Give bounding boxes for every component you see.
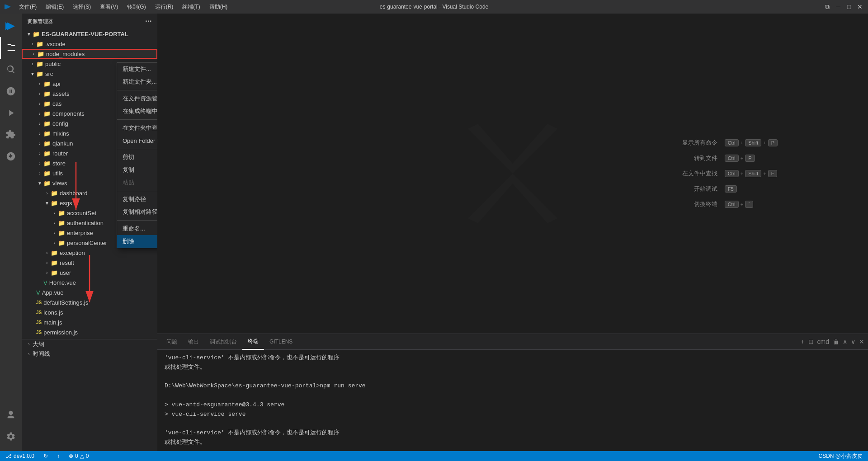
- arrow-node-modules: ›: [30, 52, 37, 56]
- activity-item-account[interactable]: [0, 404, 22, 426]
- panel-down-button[interactable]: ∨: [851, 338, 855, 345]
- arrow-esgs: ▼: [43, 201, 51, 206]
- tree-item-permission-js[interactable]: JS permission.js: [22, 327, 157, 337]
- tree-item-exception[interactable]: › 📁 exception: [22, 248, 157, 258]
- minimize-button[interactable]: ─: [835, 3, 842, 10]
- menu-view[interactable]: 查看(V): [96, 2, 122, 12]
- panel-split-button[interactable]: ⊟: [808, 338, 814, 345]
- tree-item-icons-js[interactable]: JS icons.js: [22, 307, 157, 317]
- ctx-copy[interactable]: 复制 Ctrl+C: [117, 164, 157, 176]
- ctx-show-in-explorer[interactable]: 在文件资源管理器中显示 Shift+Alt+R: [117, 92, 157, 105]
- status-branch[interactable]: ⎇ dev1.0.0: [4, 453, 36, 459]
- folder-icon-esgs: 📁: [51, 200, 58, 207]
- ctx-show-in-explorer-label: 在文件资源管理器中显示: [123, 94, 157, 103]
- activity-item-git[interactable]: [0, 80, 22, 102]
- project-folder-icon: 📁: [33, 31, 40, 38]
- key-ctrl: Ctrl: [725, 139, 739, 146]
- ctx-find-in-folder[interactable]: 在文件夹中查找... Shift+Alt+F: [117, 122, 157, 134]
- ctx-copy-relative-path[interactable]: 复制相对路径 Ctrl+K Ctrl+Shift+C: [117, 206, 157, 218]
- activity-item-search[interactable]: [0, 59, 22, 80]
- panel-delete-button[interactable]: 🗑: [833, 338, 839, 345]
- tab-gitlens[interactable]: GITLENS: [264, 334, 298, 350]
- status-sync[interactable]: ↻: [42, 453, 50, 459]
- arrow-personalcenter: ›: [51, 240, 58, 245]
- label-user: user: [60, 269, 154, 276]
- folder-icon-authentication: 📁: [58, 220, 65, 226]
- project-root[interactable]: ▼ 📁 ES-GUARANTEE-VUE-PORTAL: [22, 29, 157, 39]
- tab-output[interactable]: 输出: [183, 334, 204, 350]
- menu-help[interactable]: 帮助(H): [206, 2, 231, 12]
- menu-run[interactable]: 运行(R): [151, 2, 177, 12]
- arrow-api: ›: [36, 81, 43, 86]
- window-controls: ⧉ ─ □ ✕: [824, 3, 863, 10]
- ctx-separator-5: [117, 220, 157, 221]
- tree-item-node-modules[interactable]: › 📁 node_modules: [22, 49, 157, 59]
- tab-problems[interactable]: 问题: [161, 334, 183, 350]
- menu-goto[interactable]: 转到(G): [123, 2, 149, 12]
- status-csdn[interactable]: CSDN @小蛮皮皮: [816, 452, 864, 460]
- main-layout: 资源管理器 ··· ▼ 📁 ES-GUARANTEE-VUE-PORTAL › …: [0, 14, 868, 451]
- ctx-copy-path[interactable]: 复制路径 Shift+Alt+C: [117, 193, 157, 206]
- tab-debug-console[interactable]: 调试控制台: [204, 334, 242, 350]
- tree-item-user[interactable]: › 📁 user: [22, 268, 157, 278]
- label-timeline: 时间线: [33, 350, 154, 358]
- outline-section[interactable]: › 大纲: [22, 339, 157, 349]
- ctx-delete[interactable]: 删除 Delete: [117, 235, 157, 248]
- file-icon-app-vue: V: [36, 289, 40, 296]
- status-errors[interactable]: ⊗ 0 △ 0: [67, 453, 90, 459]
- menu-terminal[interactable]: 终端(T): [179, 2, 203, 12]
- sidebar: 资源管理器 ··· ▼ 📁 ES-GUARANTEE-VUE-PORTAL › …: [22, 14, 157, 451]
- panel-add-button[interactable]: +: [801, 338, 804, 345]
- arrow-timeline: ›: [25, 352, 33, 357]
- panel-up-button[interactable]: ∧: [843, 338, 847, 345]
- arrow-public: ›: [29, 61, 36, 66]
- activity-item-extensions[interactable]: [0, 124, 22, 146]
- menu-select[interactable]: 选择(S): [69, 2, 94, 12]
- panel-close-button[interactable]: ✕: [859, 338, 864, 345]
- ctx-separator-2: [117, 119, 157, 120]
- activity-item-vscode[interactable]: [0, 15, 22, 37]
- folder-icon-personalcenter: 📁: [58, 240, 65, 246]
- ctx-new-file[interactable]: 新建文件...: [117, 63, 157, 75]
- error-count: 0: [75, 453, 78, 459]
- terminal-line-2: D:\Web\WebWorkSpace\es-guarantee-vue-por…: [165, 381, 861, 391]
- terminal-line-blank4: [165, 447, 861, 451]
- tree-item-vscode[interactable]: › 📁 .vscode: [22, 39, 157, 49]
- tab-terminal[interactable]: 终端: [242, 334, 264, 350]
- ctx-cut[interactable]: 剪切 Ctrl+X: [117, 151, 157, 164]
- status-publish[interactable]: ↑: [55, 453, 61, 459]
- menu-edit[interactable]: 编辑(E): [42, 2, 67, 12]
- terminal-line-blank1: [165, 372, 861, 382]
- tree-item-app-vue[interactable]: V App.vue: [22, 287, 157, 297]
- ctx-find-in-folder-label: 在文件夹中查找...: [123, 124, 157, 132]
- maximize-button[interactable]: □: [845, 3, 853, 10]
- folder-icon-exception: 📁: [51, 249, 58, 256]
- arrow-outline: ›: [25, 342, 33, 347]
- tree-item-main-js[interactable]: JS main.js: [22, 317, 157, 327]
- close-button[interactable]: ✕: [856, 3, 863, 10]
- ctx-rename[interactable]: 重命名... F2: [117, 222, 157, 235]
- activity-item-explorer[interactable]: [0, 37, 22, 59]
- git-branch-name: dev1.0.0: [14, 453, 34, 459]
- ctx-separator-3: [117, 149, 157, 149]
- activity-item-settings[interactable]: [0, 426, 22, 447]
- tree-item-home-vue[interactable]: V Home.vue: [22, 278, 157, 287]
- menu-file[interactable]: 文件(F): [15, 2, 40, 12]
- activity-item-remote[interactable]: [0, 146, 22, 167]
- ctx-open-in-terminal[interactable]: 在集成终端中打开: [117, 105, 157, 118]
- folder-icon-components: 📁: [43, 110, 51, 117]
- folder-icon-vscode: 📁: [36, 41, 43, 47]
- layout-icon[interactable]: ⧉: [824, 3, 831, 10]
- context-menu: 新建文件... 新建文件夹... 在文件资源管理器中显示 Shift+Alt+R…: [117, 62, 157, 248]
- ctx-open-folder-history[interactable]: Open Folder History: [117, 134, 157, 147]
- tree-item-defaultsettings[interactable]: JS defaultSettings.js: [22, 297, 157, 307]
- timeline-section[interactable]: › 时间线: [22, 349, 157, 359]
- activity-item-run[interactable]: [0, 102, 22, 124]
- terminal-content[interactable]: 'vue-cli-service' 不是内部或外部命令，也不是可运行的程序或批处…: [157, 350, 868, 451]
- sidebar-options-button[interactable]: ···: [145, 17, 152, 25]
- ctx-new-folder[interactable]: 新建文件夹...: [117, 75, 157, 88]
- tree-item-result[interactable]: › 📁 result: [22, 258, 157, 268]
- vscode-icon: [5, 3, 12, 10]
- folder-icon-qiankun: 📁: [43, 140, 51, 147]
- sidebar-title: 资源管理器: [27, 18, 53, 25]
